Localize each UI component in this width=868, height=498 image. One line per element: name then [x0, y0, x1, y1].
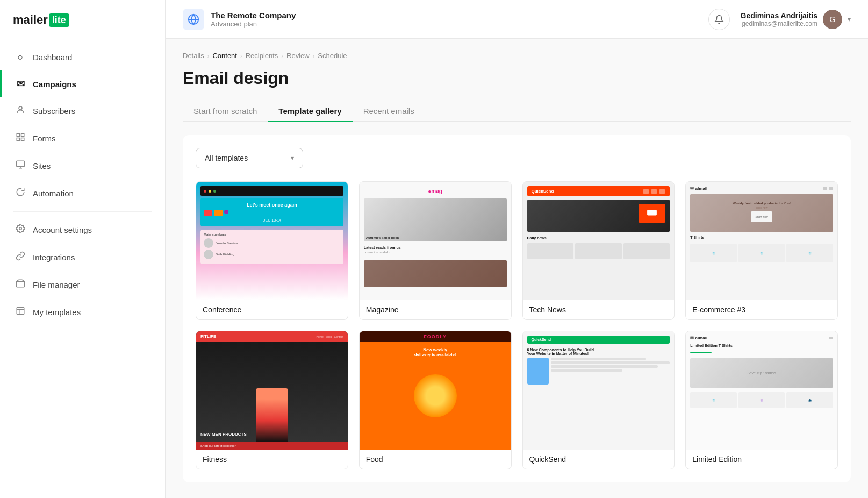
mag-img: Autumn's paper book [364, 198, 507, 241]
sidebar-item-dashboard[interactable]: ○ Dashboard [0, 44, 165, 70]
conf-avatar [204, 250, 213, 259]
breadcrumb-sep: › [313, 53, 315, 59]
template-card-magazine[interactable]: ●mag Autumn's paper book Latest reads fr… [359, 181, 512, 320]
breadcrumb-sep: › [207, 53, 210, 59]
company-text: The Remote Company Advanced plan [211, 11, 296, 28]
breadcrumb-review[interactable]: Review [286, 52, 310, 60]
template-preview: ✉ almail Weekly fresh added products for… [686, 182, 837, 300]
svg-rect-17 [651, 216, 654, 217]
sidebar-item-label: Automation [33, 189, 74, 198]
sidebar-item-forms[interactable]: Forms [0, 125, 165, 152]
filter-dropdown-wrap: All templates ▾ [196, 148, 838, 168]
fit-logo: FITLIFE [200, 334, 216, 339]
ecom-header: ✉ almail [690, 186, 833, 191]
conf-dot [204, 190, 206, 193]
template-label: Food [360, 450, 511, 469]
svg-rect-3 [17, 138, 19, 141]
shirt-product-text: 👚 [760, 399, 763, 402]
template-preview: ●mag Autumn's paper book Latest reads fr… [360, 182, 511, 300]
filter-label: All templates [205, 154, 248, 162]
template-card-ecommerce[interactable]: ✉ almail Weekly fresh added products for… [685, 181, 838, 320]
sidebar-item-account-settings[interactable]: Account settings [0, 216, 165, 244]
food-overlay: New weeklydelivery is available! [360, 347, 511, 357]
template-label: QuickSend [523, 450, 675, 469]
template-label: Conference [196, 300, 348, 319]
template-card-shirt[interactable]: ✉ almail Limited Edition T-Shirts Love M… [685, 331, 838, 469]
conf-pink: Main speakers Josefin Saarise Seth Field… [200, 230, 343, 264]
sidebar-item-subscribers[interactable]: Subscribers [0, 97, 165, 125]
company-info: The Remote Company Advanced plan [183, 9, 296, 30]
template-preview: FITLIFE Home Shop Contact NEW MEN PRODUC… [196, 331, 348, 450]
sidebar-divider [13, 211, 152, 212]
tab-gallery[interactable]: Template gallery [268, 101, 352, 122]
logo-box: lite [49, 13, 69, 27]
breadcrumb-schedule[interactable]: Schedule [318, 52, 347, 60]
tech-title: Daily news [527, 236, 670, 240]
qs2-line [551, 361, 670, 364]
template-preview: Let's meet once again DEC 13-14 Main spe… [196, 182, 348, 300]
template-card-conference[interactable]: Let's meet once again DEC 13-14 Main spe… [196, 181, 348, 320]
conf-shape-orange [214, 210, 223, 216]
integrations-icon [15, 251, 26, 264]
mag-sub: Lorem ipsum dolor [364, 251, 507, 254]
content-area: Details › Content › Recipients › Review … [166, 39, 868, 498]
sidebar-item-label: Dashboard [33, 53, 72, 62]
qs2-line [551, 365, 658, 368]
conf-dot [209, 190, 211, 193]
fit-footer: Shop our latest collection [196, 442, 348, 450]
template-preview: FOODLY New weeklydelivery is available! [360, 331, 511, 450]
template-card-fitness[interactable]: FITLIFE Home Shop Contact NEW MEN PRODUC… [196, 331, 348, 469]
shirt-product-text: 👕 [712, 399, 715, 402]
ecom-product: 👕 [738, 244, 785, 262]
tab-scratch[interactable]: Start from scratch [183, 101, 268, 122]
mag-text: Latest reads from us [364, 246, 507, 250]
sidebar-item-label: Integrations [33, 253, 75, 262]
conf-speaker: Seth Fielding [204, 250, 340, 259]
ecom-product: 👕 [690, 244, 737, 262]
food-header: FOODLY [360, 331, 511, 342]
sidebar-item-my-templates[interactable]: My templates [0, 298, 165, 326]
food-pizza [414, 374, 457, 417]
ecom-hero-inner: Weekly fresh added products for You! Sho… [690, 194, 833, 232]
breadcrumb-recipients[interactable]: Recipients [246, 52, 278, 60]
template-card-tech-news[interactable]: QuickSend [522, 181, 675, 320]
qs2-header: QuickSend [527, 336, 670, 344]
sidebar-item-campaigns[interactable]: ✉ Campaigns [0, 70, 165, 97]
user-info[interactable]: Gediminas Andrijaitis gediminas@mailerli… [741, 10, 851, 29]
user-email: gediminas@mailerlite.com [741, 20, 817, 27]
svg-rect-5 [17, 161, 25, 167]
user-text: Gediminas Andrijaitis gediminas@mailerli… [741, 11, 817, 27]
conf-speaker: Josefin Saarise [204, 238, 340, 248]
breadcrumb-content[interactable]: Content [212, 52, 237, 60]
sidebar-item-sites[interactable]: Sites [0, 152, 165, 180]
sidebar-item-automation[interactable]: Automation [0, 180, 165, 207]
company-logo [183, 9, 204, 30]
sidebar-item-file-manager[interactable]: File manager [0, 271, 165, 298]
notifications-button[interactable] [708, 9, 730, 30]
conf-header [200, 186, 343, 196]
fit-hero: NEW MEN PRODUCTS [196, 342, 348, 442]
fit-text-main: NEW MEN PRODUCTS [200, 432, 247, 437]
conf-title: Let's meet once again [204, 202, 340, 208]
sidebar-item-label: Campaigns [33, 80, 76, 89]
mag-img-inner: Autumn's paper book [364, 198, 507, 241]
tech-card [527, 243, 574, 259]
subscribers-icon [15, 105, 26, 117]
filter-dropdown[interactable]: All templates ▾ [196, 148, 303, 168]
fit-athlete [256, 388, 288, 442]
tab-recent[interactable]: Recent emails [353, 101, 425, 122]
food-logo: FOODLY [424, 334, 447, 339]
breadcrumb-sep: › [240, 53, 242, 59]
tech-nav-dot [643, 189, 649, 194]
topbar-right: Gediminas Andrijaitis gediminas@mailerli… [708, 9, 851, 30]
svg-rect-1 [17, 133, 19, 136]
breadcrumb-details[interactable]: Details [183, 52, 204, 60]
qs2-person [527, 358, 549, 385]
svg-point-8 [19, 227, 22, 230]
shirt-product: 👚 [738, 392, 785, 408]
template-card-food[interactable]: FOODLY New weeklydelivery is available! … [359, 331, 512, 469]
sidebar-item-integrations[interactable]: Integrations [0, 244, 165, 271]
template-card-quicksend2[interactable]: QuickSend 6 New Components to Help You B… [522, 331, 675, 469]
conf-main: Let's meet once again DEC 13-14 [200, 198, 343, 226]
svg-text:G: G [830, 15, 836, 24]
